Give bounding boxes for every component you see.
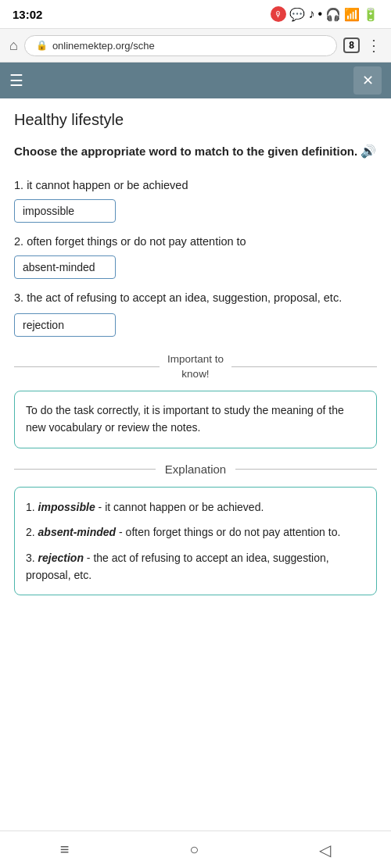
exp-word-2: absent-minded [38, 526, 117, 538]
explanation-line-left [14, 469, 156, 470]
nav-bar: ☰ ✕ [0, 63, 391, 98]
url-text: onlinemektep.org/sche [52, 40, 155, 52]
exp-word-3: rejection [38, 552, 84, 564]
whatsapp-icon: 💬 [289, 7, 305, 22]
bottom-back-icon[interactable]: ◁ [319, 841, 331, 859]
explanation-item-3: 3. rejection - the act of refusing to ac… [26, 549, 365, 584]
q1-number: 1. [14, 179, 27, 191]
q2-body: often forget things or do not pay attent… [27, 235, 246, 248]
status-bar: 13:02 🎙 💬 ♪ • 🎧 📶 🔋 [0, 0, 391, 28]
q3-number: 3. [14, 291, 27, 304]
q3-body: the act of refusing to accept an idea, s… [27, 291, 342, 304]
exp-def-2: often forget things or do not pay attent… [126, 526, 341, 538]
tiktok-icon: ♪ [308, 7, 314, 21]
lock-icon: 🔒 [36, 40, 48, 51]
question-1: 1. it cannot happen or be achieved impos… [14, 177, 377, 223]
q2-number: 2. [14, 235, 27, 248]
explanation-divider: Explanation [14, 463, 377, 476]
browser-bar: ⌂ 🔒 onlinemektep.org/sche 8 ⋮ [0, 28, 391, 63]
question-3-answer[interactable]: rejection [14, 313, 116, 337]
explanation-item-1: 1. impossible - it cannot happen or be a… [26, 498, 365, 516]
home-icon[interactable]: ⌂ [9, 38, 18, 54]
question-1-answer[interactable]: impossible [14, 199, 116, 223]
close-icon: ✕ [362, 72, 374, 89]
instruction-text: Choose the appropriate word to match to … [14, 145, 357, 158]
explanation-box: 1. impossible - it cannot happen or be a… [14, 487, 377, 596]
bottom-menu-icon[interactable]: ≡ [60, 841, 70, 859]
headphone-icon: 🎧 [325, 7, 341, 22]
important-label: Important toknow! [160, 352, 231, 382]
question-3-row: 3. the act of refusing to accept an idea… [14, 290, 377, 337]
imp-line-right [231, 366, 377, 367]
question-instruction: Choose the appropriate word to match to … [14, 143, 377, 160]
exp-def-1: it cannot happen or be achieved. [105, 501, 264, 513]
question-1-text: 1. it cannot happen or be achieved [14, 177, 377, 195]
status-right-icons: 🎙 💬 ♪ • 🎧 📶 🔋 [271, 6, 378, 22]
question-2-answer[interactable]: absent-minded [14, 255, 116, 279]
explanation-item-2: 2. absent-minded - often forget things o… [26, 523, 365, 541]
important-section: Important toknow! [14, 352, 377, 382]
bottom-home-icon[interactable]: ○ [189, 841, 199, 859]
question-3: 3. the act of refusing to accept an idea… [14, 290, 377, 337]
hamburger-icon[interactable]: ☰ [9, 71, 23, 90]
sound-icon[interactable]: 🔊 [361, 143, 376, 160]
question-3-text: 3. the act of refusing to accept an idea… [14, 290, 342, 307]
q1-body: it cannot happen or be achieved [27, 179, 188, 191]
explanation-label: Explanation [165, 463, 226, 476]
url-bar[interactable]: 🔒 onlinemektep.org/sche [24, 35, 337, 56]
dot-icon: • [317, 7, 322, 21]
tab-count[interactable]: 8 [343, 38, 360, 53]
bottom-nav: ≡ ○ ◁ [0, 830, 391, 868]
page-title: Healthy lifestyle [14, 111, 377, 129]
main-content: Healthy lifestyle Choose the appropriate… [0, 98, 391, 608]
question-2: 2. often forget things or do not pay att… [14, 234, 377, 279]
info-box: To do the task correctly, it is importan… [14, 391, 377, 448]
status-time: 13:02 [13, 8, 42, 21]
more-menu-icon[interactable]: ⋮ [366, 36, 382, 55]
mic-icon: 🎙 [271, 6, 286, 22]
question-2-text: 2. often forget things or do not pay att… [14, 234, 377, 251]
imp-line-left [14, 366, 160, 367]
exp-word-1: impossible [38, 501, 95, 513]
explanation-line-right [235, 469, 377, 470]
close-button[interactable]: ✕ [353, 66, 382, 95]
battery-icon: 🔋 [363, 7, 378, 22]
wifi-icon: 📶 [344, 7, 360, 22]
